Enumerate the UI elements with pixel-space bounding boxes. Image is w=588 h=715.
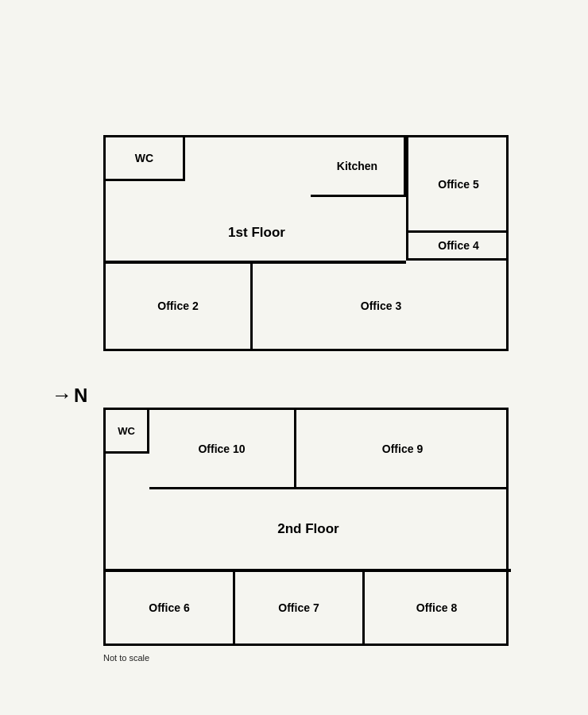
north-label: N: [74, 385, 87, 407]
room-office5: Office 5: [406, 137, 509, 233]
office8-label: Office 8: [416, 601, 457, 614]
room-office8: Office 8: [365, 569, 509, 646]
wc2-label: WC: [118, 425, 135, 437]
floor-1: 1st Floor WC Kitchen Office 5 Office 4 O…: [103, 135, 509, 351]
room-office4: Office 4: [406, 233, 509, 261]
floor-2-label: 2nd Floor: [106, 497, 511, 561]
room-office3: Office 3: [253, 261, 509, 351]
room-office6: Office 6: [106, 569, 235, 646]
floor-2: 2nd Floor WC Office 10 Office 9 Office 6…: [103, 408, 509, 646]
kitchen-label: Kitchen: [337, 160, 377, 172]
room-wc1: WC: [106, 137, 185, 181]
office10-label: Office 10: [198, 443, 245, 455]
wc1-label: WC: [135, 152, 153, 164]
room-office9: Office 9: [296, 410, 509, 489]
room-wc2: WC: [106, 410, 149, 454]
office9-label: Office 9: [382, 443, 423, 455]
room-office10: Office 10: [149, 410, 296, 489]
north-indicator: → N: [52, 383, 87, 408]
office6-label: Office 6: [149, 601, 189, 614]
scale-note: Not to scale: [103, 653, 149, 663]
office3-label: Office 3: [361, 300, 401, 312]
office2-label: Office 2: [157, 300, 198, 312]
room-office2: Office 2: [106, 261, 253, 351]
room-office7: Office 7: [235, 569, 365, 646]
office4-label: Office 4: [438, 239, 478, 252]
north-arrow: →: [52, 383, 72, 408]
office5-label: Office 5: [438, 178, 478, 191]
room-kitchen: Kitchen: [311, 137, 406, 197]
office7-label: Office 7: [278, 601, 319, 614]
